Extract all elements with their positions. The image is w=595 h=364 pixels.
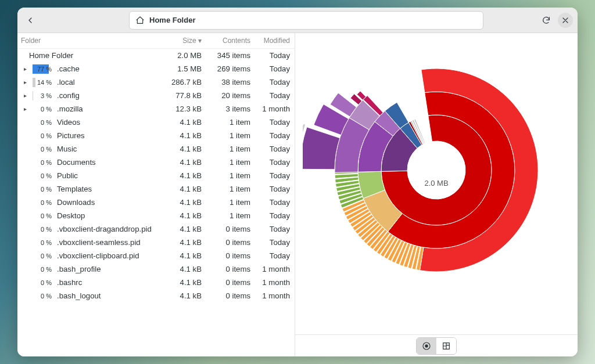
row-name: .vboxclient-draganddrop.pid	[57, 225, 162, 233]
view-toolbar	[295, 334, 578, 356]
breadcrumb-current: Home Folder	[149, 16, 195, 24]
row-modified: Today	[250, 251, 290, 260]
row-items: 0 items	[205, 278, 250, 287]
row-size: 4.1 kB	[162, 158, 205, 167]
tree-row[interactable]: ▸0 %.mozilla12.3 kB3 items1 month	[17, 102, 295, 116]
row-size: 1.5 MB	[162, 64, 205, 73]
tree-rows: Home Folder 2.0 MB 345 items Today ▸77 %…	[17, 49, 295, 302]
refresh-icon	[542, 16, 551, 25]
col-header-folder[interactable]: Folder	[21, 37, 162, 45]
size-percent-badge: 77 %	[33, 64, 53, 74]
home-icon	[135, 16, 145, 25]
size-percent-badge: 14 %	[33, 78, 53, 87]
tree-row[interactable]: 0 %Documents4.1 kB1 itemToday	[17, 156, 295, 169]
row-name: Music	[57, 145, 162, 153]
row-size: 4.1 kB	[162, 265, 205, 273]
size-percent-badge: 0 %	[33, 198, 53, 207]
row-modified: 1 month	[250, 104, 290, 113]
row-size: 4.1 kB	[162, 131, 205, 140]
view-rings-button[interactable]	[417, 338, 436, 354]
rescan-button[interactable]	[538, 12, 554, 28]
row-name: Public	[57, 171, 162, 180]
row-modified: 1 month	[250, 265, 290, 273]
col-header-contents[interactable]: Contents	[205, 37, 250, 45]
chevron-left-icon	[26, 16, 35, 25]
tree-row[interactable]: 0 %Desktop4.1 kB1 itemToday	[17, 209, 295, 222]
tree-row[interactable]: 0 %Videos4.1 kB1 itemToday	[17, 116, 295, 129]
row-items: 0 items	[205, 251, 250, 260]
disclosure-triangle-icon[interactable]: ▸	[21, 66, 29, 72]
row-name: .vboxclient-clipboard.pid	[57, 251, 162, 260]
row-name: Videos	[57, 118, 162, 127]
size-percent-badge: 0 %	[33, 171, 53, 181]
tree-row[interactable]: ▸77 %.cache1.5 MB269 itemsToday	[17, 62, 295, 75]
app-window: Home Folder Folder Size ▾ Contents Modif…	[17, 8, 578, 356]
row-items: 1 item	[205, 158, 250, 167]
sunburst-chart[interactable]	[303, 33, 570, 309]
row-name: .bash_profile	[57, 265, 162, 273]
tree-row[interactable]: 0 %.vboxclient-draganddrop.pid4.1 kB0 it…	[17, 222, 295, 236]
tree-row[interactable]: 0 %Downloads4.1 kB1 itemToday	[17, 196, 295, 209]
size-percent-badge: 0 %	[33, 278, 53, 287]
row-name: Templates	[57, 185, 162, 193]
row-items: 1 item	[205, 118, 250, 127]
row-items: 1 item	[205, 198, 250, 207]
tree-row[interactable]: ▸3 %.config77.8 kB20 itemsToday	[17, 89, 295, 102]
tree-row[interactable]: 0 %Pictures4.1 kB1 itemToday	[17, 129, 295, 142]
tree-row[interactable]: 0 %Public4.1 kB1 itemToday	[17, 169, 295, 182]
row-modified: Today	[250, 78, 290, 87]
row-items: 345 items	[205, 51, 250, 60]
column-headers: Folder Size ▾ Contents Modified	[17, 33, 295, 49]
tree-row[interactable]: 0 %.bashrc4.1 kB0 items1 month	[17, 276, 295, 289]
row-name: Downloads	[57, 198, 162, 207]
view-treemap-button[interactable]	[436, 338, 456, 354]
row-name: .bashrc	[57, 278, 162, 287]
tree-row[interactable]: 0 %.bash_profile4.1 kB0 items1 month	[17, 262, 295, 276]
path-bar[interactable]: Home Folder	[129, 11, 483, 30]
row-items: 20 items	[205, 91, 250, 100]
row-size: 4.1 kB	[162, 278, 205, 287]
close-button[interactable]	[558, 13, 573, 28]
tree-root-row[interactable]: Home Folder 2.0 MB 345 items Today	[17, 49, 295, 62]
row-modified: Today	[250, 145, 290, 153]
close-icon	[561, 16, 570, 25]
disclosure-triangle-icon[interactable]: ▸	[21, 92, 29, 99]
row-items: 1 item	[205, 211, 250, 220]
titlebar: Home Folder	[17, 8, 578, 33]
row-modified: Today	[250, 158, 290, 167]
svg-point-0	[407, 141, 465, 199]
back-button[interactable]	[22, 12, 38, 28]
row-size: 4.1 kB	[162, 171, 205, 180]
tree-row[interactable]: 0 %Templates4.1 kB1 itemToday	[17, 182, 295, 196]
disclosure-triangle-icon[interactable]: ▸	[21, 106, 29, 112]
size-percent-badge: 0 %	[33, 291, 53, 301]
row-modified: Today	[250, 211, 290, 220]
tree-row[interactable]: ▸14 %.local286.7 kB38 itemsToday	[17, 75, 295, 89]
row-items: 38 items	[205, 78, 250, 87]
row-items: 0 items	[205, 265, 250, 273]
size-percent-badge: 0 %	[33, 251, 53, 261]
row-size: 4.1 kB	[162, 291, 205, 300]
row-modified: 1 month	[250, 278, 290, 287]
rings-icon	[422, 341, 431, 351]
row-size: 4.1 kB	[162, 118, 205, 127]
col-header-size[interactable]: Size ▾	[162, 37, 205, 45]
row-modified: Today	[250, 131, 290, 140]
size-percent-badge: 0 %	[33, 118, 53, 127]
row-size: 4.1 kB	[162, 238, 205, 247]
disclosure-triangle-icon[interactable]: ▸	[21, 79, 29, 85]
size-percent-badge: 0 %	[33, 238, 53, 247]
tree-row[interactable]: 0 %.vboxclient-clipboard.pid4.1 kB0 item…	[17, 249, 295, 262]
row-items: 1 item	[205, 131, 250, 140]
tree-row[interactable]: 0 %.vboxclient-seamless.pid4.1 kB0 items…	[17, 236, 295, 249]
tree-row[interactable]: 0 %Music4.1 kB1 itemToday	[17, 142, 295, 156]
row-modified: Today	[250, 91, 290, 100]
row-name: .local	[57, 78, 162, 87]
row-name: .mozilla	[57, 104, 162, 113]
tree-row[interactable]: 0 %.bash_logout4.1 kB0 items1 month	[17, 289, 295, 302]
row-modified: Today	[250, 51, 290, 60]
row-items: 0 items	[205, 291, 250, 300]
row-modified: 1 month	[250, 291, 290, 300]
row-name: .bash_logout	[57, 291, 162, 300]
col-header-modified[interactable]: Modified	[250, 37, 290, 45]
